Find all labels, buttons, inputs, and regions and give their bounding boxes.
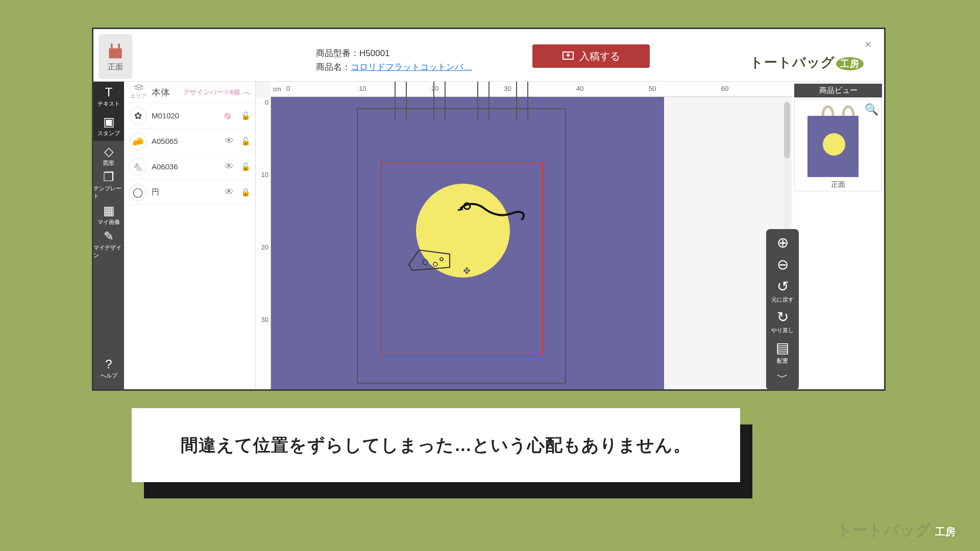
svg-point-6	[440, 258, 443, 261]
layer-item[interactable]: ✿ M01020 ⦸ 🔓	[124, 103, 255, 129]
ruler-tick: 10	[359, 85, 366, 92]
chevron-down-icon[interactable]: ﹀	[777, 370, 788, 385]
redo-icon: ↻	[777, 309, 789, 325]
tool-template[interactable]: ❐テンプレート	[93, 170, 124, 200]
eye-icon[interactable]: 👁	[225, 187, 236, 197]
layer-name: 円	[152, 187, 219, 197]
close-icon[interactable]: ×	[865, 37, 872, 52]
ruler-tick: 0	[286, 85, 290, 92]
layer-item[interactable]: 🐁 A06036 👁 🔓	[124, 154, 255, 180]
model-value: H50001	[359, 48, 390, 58]
layer-thumb: ✿	[129, 107, 146, 124]
zoom-out-icon: ⊖	[777, 256, 789, 273]
ruler-tick: 0	[265, 98, 268, 106]
layer-item[interactable]: 🧀 A05065 👁 🔓	[124, 129, 255, 154]
lock-icon[interactable]: 🔓	[241, 162, 250, 171]
svg-point-5	[433, 262, 437, 266]
move-cursor-icon: ✥	[463, 265, 471, 277]
brand-logo: トートバッグ工房	[750, 54, 864, 71]
zoom-toolbar: ⊕ ⊖ ↺元に戻す ↻やり直し ▤配置 ﹀	[766, 229, 799, 390]
design-app: × 正面 商品型番：H50001 商品名：コロリドフラットコットンバ… 入稿する…	[93, 29, 884, 389]
layer-thumb: 🐁	[129, 158, 146, 176]
app-header: × 正面 商品型番：H50001 商品名：コロリドフラットコットンバ… 入稿する…	[93, 29, 884, 81]
help-icon: ?	[102, 358, 115, 371]
bag-icon	[106, 42, 125, 60]
preview-header: 商品ビュー	[794, 84, 882, 97]
ruler-tick: 10	[261, 171, 268, 179]
layer-item[interactable]: ◯ 円 👁 🔒	[124, 180, 255, 205]
ruler-tick: 50	[649, 85, 656, 92]
shape-icon: ◇	[102, 145, 115, 158]
brand-badge: 工房	[836, 57, 864, 70]
ruler-tick: 30	[261, 316, 268, 323]
layers-title: 本体	[152, 86, 170, 98]
layer-name: M01020	[152, 111, 219, 120]
canvas-area: cm 0102030405060 01020304	[256, 82, 792, 389]
zoom-in-icon: ⊕	[777, 234, 789, 251]
watermark: トートバッグ工房	[837, 520, 960, 541]
face-tab-front[interactable]: 正面	[99, 34, 132, 79]
preview-face-label: 正面	[831, 180, 845, 189]
product-name-link[interactable]: コロリドフラットコットンバ…	[351, 62, 472, 72]
layer-name: A05065	[152, 137, 219, 145]
upload-icon	[562, 51, 574, 61]
ruler-tick: 60	[721, 85, 728, 92]
preview-box[interactable]: 🔍 正面	[794, 99, 882, 191]
layers-header[interactable]: エリア 本体 デザインパーツ4個 ︿	[124, 82, 255, 103]
cheese-stamp[interactable]	[405, 244, 456, 274]
lock-icon[interactable]: 🔒	[241, 188, 250, 197]
undo-button[interactable]: ↺元に戻す	[771, 278, 794, 304]
align-icon: ▤	[776, 339, 789, 356]
tool-myimage[interactable]: ▦マイ画像	[93, 200, 124, 230]
svg-rect-1	[111, 43, 113, 49]
product-info: 商品型番：H50001 商品名：コロリドフラットコットンバ…	[316, 46, 472, 74]
app-body: Tテキスト ▣スタンプ ◇図形 ❐テンプレート ▦マイ画像 ✎マイデザイン ?ヘ…	[93, 81, 884, 389]
eye-icon[interactable]: 👁	[225, 136, 236, 146]
name-label: 商品名：	[316, 62, 351, 72]
face-tab-label: 正面	[108, 62, 123, 72]
caption-text: 間違えて位置をずらしてしまった…という心配もありません。	[132, 408, 740, 482]
undo-icon: ↺	[777, 278, 789, 295]
layers-panel: エリア 本体 デザインパーツ4個 ︿ ✿ M01020 ⦸ 🔓🧀 A05065 …	[124, 82, 256, 389]
tool-stamp[interactable]: ▣スタンプ	[93, 111, 124, 141]
lock-icon[interactable]: 🔓	[241, 111, 250, 120]
ruler-tick: 20	[261, 243, 268, 251]
stamp-icon: ▣	[102, 115, 115, 129]
preview-column: 商品ビュー 🔍 正面	[792, 82, 884, 389]
zoom-out-button[interactable]: ⊖	[777, 256, 789, 273]
ruler-unit: cm	[273, 86, 281, 93]
submit-button[interactable]: 入稿する	[532, 44, 650, 68]
text-icon: T	[102, 86, 115, 99]
chevron-up-icon: ︿	[243, 87, 251, 97]
tool-mydesign[interactable]: ✎マイデザイン	[93, 230, 124, 259]
submit-label: 入稿する	[579, 49, 620, 63]
ruler-tick: 30	[504, 85, 511, 92]
align-button[interactable]: ▤配置	[776, 339, 789, 365]
ruler-tick: 4	[265, 388, 268, 390]
design-canvas[interactable]: ✥	[271, 97, 664, 389]
ruler-vertical: 01020304	[256, 97, 271, 389]
tool-shape[interactable]: ◇図形	[93, 141, 124, 170]
preview-mini	[807, 116, 859, 177]
redo-button[interactable]: ↻やり直し	[771, 309, 794, 334]
area-label: エリア	[130, 84, 148, 100]
mouse-stamp[interactable]	[456, 199, 527, 235]
tool-rail: Tテキスト ▣スタンプ ◇図形 ❐テンプレート ▦マイ画像 ✎マイデザイン ?ヘ…	[93, 82, 124, 389]
lock-icon[interactable]: 🔓	[241, 137, 250, 146]
tool-help[interactable]: ?ヘルプ	[93, 354, 124, 383]
model-label: 商品型番：	[316, 48, 359, 58]
template-icon: ❐	[102, 170, 115, 184]
tool-text[interactable]: Tテキスト	[93, 82, 124, 111]
svg-rect-0	[109, 48, 121, 58]
image-icon: ▦	[102, 204, 115, 217]
design-icon: ✎	[102, 230, 115, 243]
layer-thumb: 🧀	[129, 133, 146, 150]
layer-name: A06036	[152, 162, 219, 171]
parts-count: デザインパーツ4個	[183, 88, 240, 97]
svg-rect-2	[118, 43, 120, 49]
layer-thumb: ◯	[129, 184, 146, 201]
zoom-in-button[interactable]: ⊕	[777, 234, 789, 251]
eye-icon[interactable]: 👁	[225, 161, 236, 172]
eye-off-icon[interactable]: ⦸	[225, 110, 236, 121]
ruler-horizontal: cm 0102030405060	[271, 82, 792, 97]
